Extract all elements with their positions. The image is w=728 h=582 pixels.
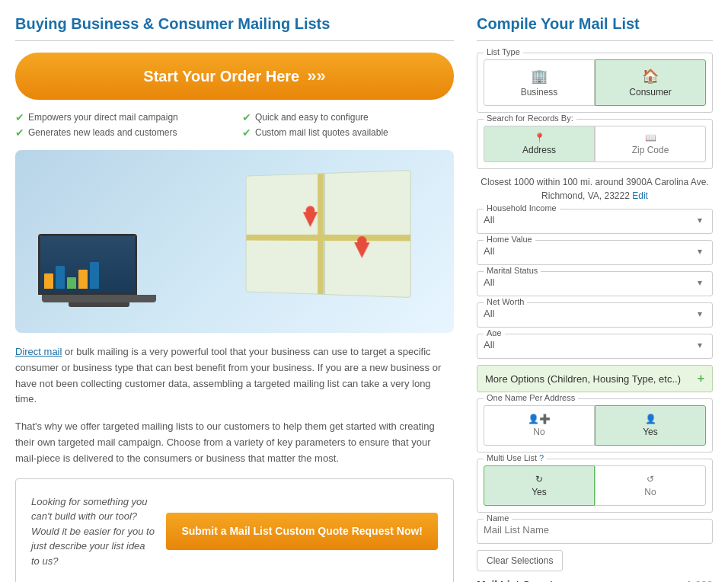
location-info: Closest 1000 within 100 mi. around 3900A… (477, 175, 713, 203)
multi-use-legend: Multi Use List ? (484, 453, 547, 462)
chevrons-icon: »» (307, 66, 325, 86)
edit-location-link[interactable]: Edit (632, 190, 648, 201)
body-text-2: That's why we offer targeted mailing lis… (15, 419, 454, 466)
check-icon: ✔ (15, 126, 24, 139)
features-list: ✔ Empowers your direct mail campaign ✔ Q… (15, 111, 454, 139)
feature-item: ✔ Custom mail list quotes available (242, 126, 454, 139)
one-name-fieldset: One Name Per Address 👤➕ No 👤 Yes (477, 398, 713, 452)
count-value: 1,000 (686, 579, 713, 582)
feature-label: Quick and easy to configure (255, 112, 369, 123)
home-value-select[interactable]: All (484, 242, 706, 260)
marital-status-group: Marital Status All ▾ (477, 271, 713, 296)
household-income-group: Household Income All ▾ (477, 209, 713, 234)
count-row: Mail List Count 1,000 (477, 579, 713, 582)
consumer-label: Consumer (629, 87, 671, 98)
feature-label: Generates new leads and customers (28, 127, 177, 138)
net-worth-select[interactable]: All (484, 305, 706, 322)
check-icon: ✔ (242, 126, 251, 139)
map-graphic (246, 170, 411, 298)
refresh-icon: ↻ (535, 474, 543, 484)
person-add-icon: 👤➕ (528, 414, 551, 424)
multi-use-fieldset: Multi Use List ? ↻ Yes ↺ No (477, 459, 713, 513)
zipcode-label: Zip Code (632, 145, 669, 155)
one-name-yes-btn[interactable]: 👤 Yes (595, 405, 706, 446)
list-type-toggle: 🏢 Business 🏠 Consumer (484, 59, 706, 106)
name-legend: Name (484, 513, 512, 523)
custom-quote-button[interactable]: Submit a Mail List Custom Quote Request … (166, 513, 438, 551)
compile-title: Compile Your Mail List (477, 15, 713, 33)
cta-text: Looking for something you can't build wi… (31, 494, 155, 569)
count-label: Mail List Count (477, 579, 553, 582)
search-by-legend: Search for Records By: (484, 114, 576, 123)
hero-illustration (15, 150, 454, 333)
multi-use-yes-label: Yes (532, 487, 547, 497)
direct-mail-link[interactable]: Direct mail (15, 346, 62, 357)
search-by-zipcode-btn[interactable]: 📖 Zip Code (595, 126, 706, 162)
body-text-1: Direct mail or bulk mailing is a very po… (15, 344, 454, 408)
clear-selections-button[interactable]: Clear Selections (477, 550, 563, 571)
more-options-label: More Options (Children, Housing Type, et… (485, 373, 681, 385)
list-type-fieldset: List Type 🏢 Business 🏠 Consumer (477, 53, 713, 113)
name-fieldset: Name (477, 519, 713, 544)
divider (15, 40, 454, 41)
search-by-toggle: 📍 Address 📖 Zip Code (484, 126, 706, 162)
multi-use-yes-btn[interactable]: ↻ Yes (484, 465, 595, 506)
plus-icon: + (698, 372, 704, 385)
start-order-button[interactable]: Start Your Order Here »» (15, 53, 454, 100)
undo-icon: ↺ (647, 474, 654, 484)
list-type-legend: List Type (484, 47, 523, 56)
marital-status-select[interactable]: All (484, 273, 706, 291)
multi-use-no-label: No (644, 487, 656, 497)
help-icon: ? (539, 453, 544, 462)
feature-item: ✔ Generates new leads and customers (15, 126, 227, 139)
name-input[interactable] (484, 521, 706, 539)
multi-use-no-btn[interactable]: ↺ No (595, 465, 706, 506)
more-options-button[interactable]: More Options (Children, Housing Type, et… (477, 365, 713, 392)
laptop-graphic (38, 234, 160, 318)
location-text: Closest 1000 within 100 mi. around 3900A… (481, 177, 708, 201)
start-btn-label: Start Your Order Here (143, 68, 299, 85)
one-name-no-label: No (533, 427, 544, 437)
one-name-toggle: 👤➕ No 👤 Yes (484, 405, 706, 446)
address-label: Address (522, 145, 556, 155)
list-type-consumer-btn[interactable]: 🏠 Consumer (595, 59, 706, 106)
feature-item: ✔ Empowers your direct mail campaign (15, 111, 227, 123)
feature-label: Empowers your direct mail campaign (28, 112, 178, 123)
age-select[interactable]: All (484, 336, 706, 353)
age-group: Age All ▾ (477, 334, 713, 359)
net-worth-group: Net Worth All ▾ (477, 302, 713, 328)
right-divider (477, 40, 713, 41)
business-label: Business (521, 87, 558, 98)
multi-use-toggle: ↻ Yes ↺ No (484, 465, 706, 506)
person-icon: 👤 (645, 414, 656, 424)
page-title: Buying Business & Consumer Mailing Lists (15, 15, 454, 33)
one-name-yes-label: Yes (643, 427, 658, 437)
check-icon: ✔ (242, 111, 251, 123)
list-type-business-btn[interactable]: 🏢 Business (484, 59, 595, 106)
zipcode-icon: 📖 (645, 133, 656, 143)
one-name-legend: One Name Per Address (484, 393, 578, 402)
feature-item: ✔ Quick and easy to configure (242, 111, 454, 123)
home-value-group: Home Value All ▾ (477, 240, 713, 265)
cta-box: Looking for something you can't build wi… (15, 478, 454, 582)
address-icon: 📍 (534, 133, 545, 143)
search-by-address-btn[interactable]: 📍 Address (484, 126, 595, 162)
business-icon: 🏢 (531, 68, 548, 85)
check-icon: ✔ (15, 111, 24, 123)
feature-label: Custom mail list quotes available (255, 127, 388, 138)
search-by-fieldset: Search for Records By: 📍 Address 📖 Zip C… (477, 119, 713, 169)
one-name-no-btn[interactable]: 👤➕ No (484, 405, 595, 446)
consumer-icon: 🏠 (642, 68, 659, 85)
household-income-select[interactable]: All (484, 211, 706, 229)
